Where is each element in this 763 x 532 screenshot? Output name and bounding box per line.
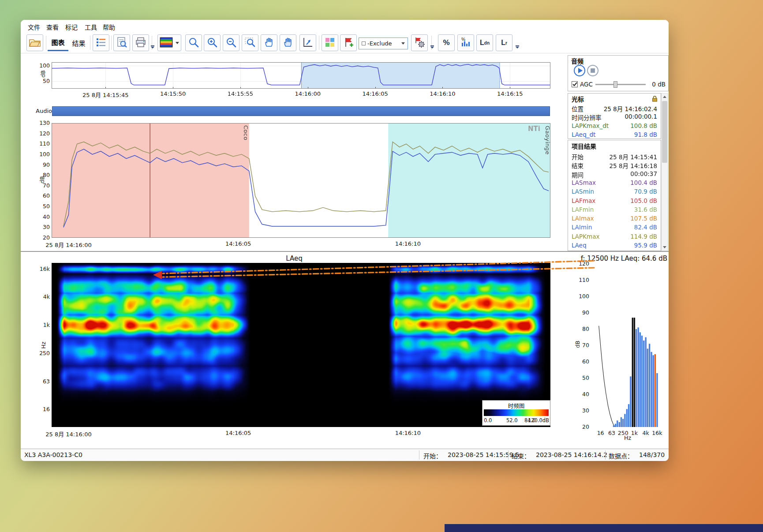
overflow-bar-icon bbox=[516, 45, 519, 46]
tab-results[interactable]: 结果 bbox=[69, 34, 89, 51]
pan-hand-button[interactable] bbox=[261, 34, 277, 51]
toolbar-overflow-button[interactable] bbox=[515, 45, 520, 50]
axis-tick-label: 120 bbox=[39, 130, 50, 137]
axis-tick-label: 80 bbox=[582, 326, 589, 332]
scroll-up-button[interactable] bbox=[662, 94, 668, 100]
axis-tick-label: 16 bbox=[597, 430, 604, 436]
percentile-bars-icon: % bbox=[460, 37, 471, 49]
result-label: 期间 bbox=[572, 170, 583, 179]
axis-tick-label: 60 bbox=[582, 358, 589, 365]
axis-tick-label: 250 bbox=[39, 350, 50, 356]
axis-tick-label: 14:16:10 bbox=[395, 240, 421, 247]
status-separator bbox=[605, 450, 606, 460]
app-window: 文件 查看 标记 工具 帮助 图表 结果 bbox=[21, 20, 669, 461]
spectrogram-view-button[interactable] bbox=[157, 34, 181, 51]
axis-tick-label: 40 bbox=[582, 391, 589, 397]
zoom-selection-button[interactable] bbox=[242, 34, 258, 51]
stop-button[interactable] bbox=[587, 65, 598, 76]
detail-level-chart[interactable] bbox=[52, 123, 550, 238]
overview-level-chart[interactable] bbox=[52, 62, 550, 89]
result-row: 期间00:00:37 bbox=[572, 170, 657, 179]
toolbar-separator bbox=[90, 36, 90, 50]
status-end-value: 2023-08-25 14:16:14.2 bbox=[536, 451, 607, 458]
ldn-label: L bbox=[480, 39, 484, 47]
lr-sub-label: r bbox=[505, 41, 507, 45]
agc-checkbox[interactable] bbox=[572, 81, 578, 87]
marker-type-dropdown[interactable]: -Exclude bbox=[359, 37, 408, 49]
axis-tick-label: 70 bbox=[582, 342, 589, 348]
cursor-label: 位置 bbox=[572, 104, 583, 113]
result-list-button[interactable] bbox=[93, 34, 109, 51]
toolbar-separator bbox=[319, 36, 319, 50]
color-settings-button[interactable] bbox=[322, 34, 338, 51]
result-value: 107.5 dB bbox=[630, 215, 657, 222]
ldn-button[interactable]: Ldn bbox=[476, 34, 493, 51]
open-file-button[interactable] bbox=[26, 34, 43, 51]
agc-slider-thumb[interactable] bbox=[613, 81, 617, 88]
axis-tick-label: 16k bbox=[40, 266, 50, 272]
result-row: LAFmax105.0 dB bbox=[572, 197, 657, 206]
axis-tick-label: 14:16:10 bbox=[430, 90, 455, 97]
list-icon bbox=[95, 37, 107, 49]
menu-file[interactable]: 文件 bbox=[25, 22, 43, 32]
result-value: 95.9 dB bbox=[634, 242, 657, 249]
legend-tick-max: 120.0dB bbox=[528, 417, 549, 423]
axis-tick-label: 30 bbox=[43, 224, 50, 230]
marker-settings-button[interactable] bbox=[411, 34, 428, 51]
fit-chart-button[interactable] bbox=[299, 34, 316, 51]
result-value: 82.4 dB bbox=[634, 224, 657, 231]
menu-help[interactable]: 帮助 bbox=[100, 22, 118, 32]
axis-tick-label: 80 bbox=[43, 172, 50, 178]
axis-tick-label: 110 bbox=[39, 140, 50, 147]
print-button[interactable] bbox=[132, 34, 149, 51]
cursor-value: 25 8月 14:16:02.4 bbox=[604, 104, 657, 113]
spectrogram-chart[interactable] bbox=[52, 263, 550, 427]
axis-tick-label: 90 bbox=[582, 309, 589, 316]
magnifier-icon bbox=[188, 37, 199, 49]
add-marker-button[interactable] bbox=[340, 34, 357, 51]
chevron-down-icon bbox=[401, 42, 405, 45]
axis-tick-label: 1k bbox=[43, 322, 50, 328]
agc-slider-track[interactable] bbox=[595, 84, 646, 85]
spectrum-y-axis-unit: dB bbox=[574, 341, 581, 348]
status-bar: XL3 A3A-00213-C0 开始： 2023-08-25 14:15:59… bbox=[21, 449, 669, 461]
result-row: 结束25 8月 14:16:18 bbox=[572, 161, 657, 169]
down-arrow-icon bbox=[663, 246, 666, 248]
axis-tick-label: 100 bbox=[579, 293, 589, 300]
audio-waveform-bar[interactable] bbox=[52, 106, 550, 116]
audio-panel: 音频 AGC 0 dB bbox=[568, 55, 669, 91]
zoom-out-button[interactable] bbox=[223, 34, 239, 51]
folder-open-icon bbox=[29, 37, 41, 49]
toolbar-overflow-button[interactable] bbox=[150, 45, 155, 50]
tab-chart[interactable]: 图表 bbox=[48, 34, 68, 51]
result-value: 25 8月 14:16:18 bbox=[610, 161, 657, 170]
play-button[interactable] bbox=[574, 65, 585, 76]
menu-mark[interactable]: 标记 bbox=[63, 22, 80, 32]
zoom-region-icon bbox=[244, 37, 256, 49]
axis-tick-label: 90 bbox=[43, 161, 50, 168]
splitter[interactable] bbox=[21, 251, 669, 252]
search-zoom-button[interactable] bbox=[185, 34, 202, 51]
toolbar-overflow-button[interactable] bbox=[430, 45, 435, 50]
axis-tick-label: 40 bbox=[43, 214, 50, 220]
spectrogram-y-axis-unit: Hz bbox=[40, 342, 47, 349]
toolbar-separator bbox=[46, 36, 46, 50]
tab-chart-label: 图表 bbox=[51, 37, 64, 47]
axis-tick-label: 25 8月 14:16:00 bbox=[45, 240, 91, 249]
scrollbar-thumb[interactable] bbox=[662, 101, 667, 163]
zoom-in-button[interactable] bbox=[204, 34, 221, 51]
grab-hand-button[interactable] bbox=[280, 34, 296, 51]
lr-button[interactable]: Lr bbox=[496, 34, 512, 51]
scroll-down-button[interactable] bbox=[662, 244, 668, 251]
results-scrollbar[interactable] bbox=[661, 93, 668, 251]
print-preview-button[interactable] bbox=[113, 34, 130, 51]
spectrum-bar-chart[interactable] bbox=[591, 264, 664, 427]
percent-button[interactable]: % bbox=[438, 34, 455, 51]
toolbar-divider bbox=[21, 53, 669, 53]
menu-tools[interactable]: 工具 bbox=[82, 22, 100, 32]
lock-icon[interactable] bbox=[652, 95, 658, 104]
chevron-down-icon bbox=[151, 47, 154, 49]
axis-tick-label: 50 bbox=[43, 203, 50, 210]
menu-view[interactable]: 查看 bbox=[44, 22, 61, 32]
percentile-levels-button[interactable]: % bbox=[457, 34, 474, 51]
